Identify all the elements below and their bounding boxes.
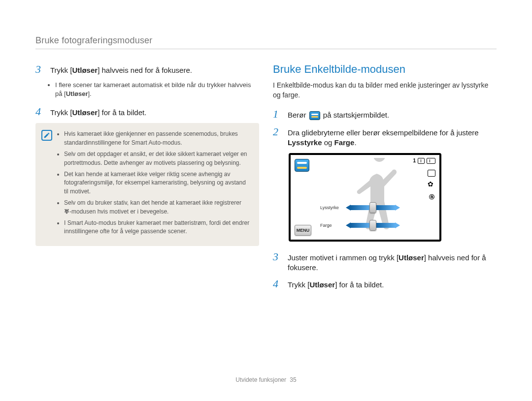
page-number: 35 xyxy=(290,376,296,383)
note-item: Selv om det oppdager et ansikt, er det i… xyxy=(64,150,250,167)
step-text: Berør på startskjermbildet. xyxy=(288,110,389,120)
tripod-icon: ♅ xyxy=(64,208,69,215)
t: Trykk [ xyxy=(50,66,72,74)
note-item: Det kan hende at kameraet ikke velger ri… xyxy=(64,170,250,196)
section-intro: I Enkeltbilde-modus kan du ta bilder med… xyxy=(273,81,497,100)
sliders: Lysstyrke Farge xyxy=(320,202,400,231)
memory-icon xyxy=(418,158,425,164)
mode-icon xyxy=(295,159,309,172)
t: ] halvveis ned for å fokusere. xyxy=(98,66,192,74)
step-number: 3 xyxy=(35,63,45,76)
arrow-right-icon xyxy=(395,205,400,211)
t: Selv om du bruker stativ, kan det hende … xyxy=(64,199,241,206)
right-step-4: 4 Trykk [Utløser] for å ta bildet. xyxy=(273,278,497,290)
slider-handle[interactable] xyxy=(369,202,376,213)
track xyxy=(351,223,370,228)
camera-screen: 1 ⓐ Lysstyrke xyxy=(289,153,441,242)
t: Dra glidebryterne eller berør eksempelbi… xyxy=(288,128,479,137)
t: Farge xyxy=(334,138,355,147)
t: på startskjermbildet. xyxy=(321,111,389,119)
track xyxy=(375,223,395,228)
t: Juster motivet i rammen og trykk [ xyxy=(288,253,399,262)
arrow-left-icon xyxy=(346,205,351,211)
color-slider[interactable]: Farge xyxy=(320,220,400,231)
t: Berør xyxy=(288,111,308,119)
aspect-icon xyxy=(428,170,435,177)
right-column: Bruke Enkeltbilde-modusen I Enkeltbilde-… xyxy=(273,63,497,295)
step-number: 1 xyxy=(273,108,283,121)
note-item: Selv om du bruker stativ, kan det hende … xyxy=(64,199,250,216)
arrow-left-icon xyxy=(346,222,351,228)
slider-label: Farge xyxy=(320,223,343,228)
note-item: I Smart Auto-modus bruker kameraet mer b… xyxy=(64,219,250,236)
step-text: Trykk [Utløser] halvveis ned for å fokus… xyxy=(50,65,192,75)
step-number: 4 xyxy=(35,105,45,118)
breadcrumb: Bruke fotograferingsmoduser xyxy=(35,35,497,49)
t: Utløser xyxy=(309,280,335,289)
step-text: Trykk [Utløser] for å ta bildet. xyxy=(288,280,384,290)
t: ] for å ta bildet. xyxy=(98,108,146,117)
step3-bullets: I flere scener tar kameraet automatisk e… xyxy=(55,81,259,98)
mode-icon xyxy=(309,111,320,120)
brightness-slider[interactable]: Lysstyrke xyxy=(320,202,400,213)
t: Utløser xyxy=(399,253,424,262)
track xyxy=(351,205,370,210)
slider-handle[interactable] xyxy=(369,220,376,231)
t: ] for å ta bildet. xyxy=(335,280,384,289)
slider-label: Lysstyrke xyxy=(320,205,343,210)
step-text: Trykk [Utløser] for å ta bildet. xyxy=(50,108,146,118)
step-number: 3 xyxy=(273,250,283,263)
right-step-3: 3 Juster motivet i rammen og trykk [Utlø… xyxy=(273,250,497,273)
battery-icon xyxy=(427,158,435,164)
left-step-3: 3 Trykk [Utløser] halvveis ned for å fok… xyxy=(35,63,259,76)
t: . xyxy=(354,138,356,147)
side-icons: ⓐ xyxy=(428,170,435,201)
t: Lysstyrke xyxy=(288,138,322,147)
t: Utløser xyxy=(72,66,98,74)
menu-button[interactable]: MENU xyxy=(295,225,311,236)
footer: Utvidete funksjoner 35 xyxy=(0,376,532,383)
step-number: 2 xyxy=(273,125,283,138)
footer-section: Utvidete funksjoner xyxy=(235,376,286,383)
note-item: Hvis kameraet ikke gjenkjenner en passen… xyxy=(64,130,250,147)
bullet: I flere scener tar kameraet automatisk e… xyxy=(55,81,259,98)
step-text: Juster motivet i rammen og trykk [Utløse… xyxy=(288,253,497,273)
t: -modusen hvis motivet er i bevegelse. xyxy=(69,208,168,215)
t: Trykk [ xyxy=(50,108,72,117)
t: og xyxy=(322,138,334,147)
note-box: Hvis kameraet ikke gjenkjenner en passen… xyxy=(35,123,259,246)
note-icon xyxy=(41,130,52,141)
auto-icon: ⓐ xyxy=(428,193,435,201)
step-text: Dra glidebryterne eller berør eksempelbi… xyxy=(288,128,497,148)
arrow-right-icon xyxy=(395,222,400,228)
right-step-1: 1 Berør på startskjermbildet. xyxy=(273,108,497,121)
t: Trykk [ xyxy=(288,280,309,289)
pencil-icon xyxy=(43,132,50,139)
t: Utløser xyxy=(66,90,88,97)
section-heading: Bruke Enkeltbilde-modusen xyxy=(273,63,497,76)
shot-count: 1 xyxy=(413,158,416,163)
t: Utløser xyxy=(72,108,98,117)
right-step-2: 2 Dra glidebryterne eller berør eksempel… xyxy=(273,125,497,148)
step-number: 4 xyxy=(273,278,283,290)
t: ]. xyxy=(88,90,91,97)
status-bar: 1 xyxy=(413,158,435,164)
track xyxy=(375,205,395,210)
left-step-4: 4 Trykk [Utløser] for å ta bildet. xyxy=(35,105,259,118)
macro-icon xyxy=(428,182,435,188)
left-column: 3 Trykk [Utløser] halvveis ned for å fok… xyxy=(35,63,259,295)
